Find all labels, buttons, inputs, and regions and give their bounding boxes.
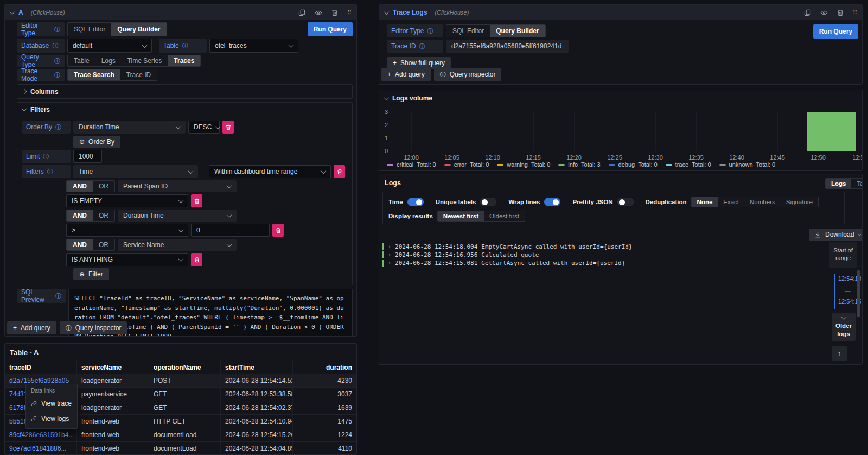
legend-item-unknown[interactable]: unknownTotal: 0	[719, 161, 776, 168]
or-option[interactable]: OR	[93, 181, 114, 192]
sql-editor-option[interactable]: SQL Editor	[68, 23, 111, 36]
query-type-timeseries[interactable]: Time Series	[122, 55, 168, 66]
legend-item-warning[interactable]: warningTotal: 0	[497, 161, 550, 168]
remove-filter-button[interactable]	[191, 253, 202, 266]
run-query-button[interactable]: Run Query	[813, 24, 858, 39]
query-inspector-button[interactable]: ⓘ Query inspector	[60, 321, 127, 334]
filter-operator-select[interactable]: IS ANYTHING	[66, 253, 188, 266]
delete-panel-icon[interactable]	[837, 9, 844, 16]
info-icon[interactable]: ⓘ	[52, 42, 58, 50]
query-type-table[interactable]: Table	[68, 55, 95, 66]
order-by-direction-select[interactable]: DESC	[188, 121, 220, 134]
filter-field-time-select[interactable]: Time	[73, 165, 198, 178]
filter-operator-select[interactable]: >	[66, 224, 188, 237]
trace-id-input[interactable]: d2a7155ef6a928a05680e5ff6190241d	[446, 40, 569, 53]
filter-field-select[interactable]: Parent Span ID	[118, 180, 237, 192]
logs-scrollbar[interactable]	[857, 270, 860, 317]
limit-input[interactable]: 1000	[73, 150, 102, 163]
legend-item-trace[interactable]: traceTotal: 0	[666, 161, 711, 168]
older-logs-button[interactable]: Older logs	[832, 313, 856, 341]
trace-id-option[interactable]: Trace ID	[120, 69, 157, 80]
info-icon[interactable]: ⓘ	[182, 42, 188, 50]
panel-title[interactable]: Trace Logs	[393, 9, 427, 16]
or-option[interactable]: OR	[93, 210, 114, 221]
info-icon[interactable]: ⓘ	[47, 168, 53, 176]
info-icon[interactable]: ⓘ	[55, 123, 61, 131]
column-header-traceid[interactable]: traceID	[5, 361, 77, 374]
trace-search-option[interactable]: Trace Search	[68, 69, 120, 80]
log-row[interactable]: › 2024-06-28 12:54:16.956 Calculated quo…	[382, 251, 633, 259]
scroll-to-top-button[interactable]: ↑	[832, 346, 847, 361]
run-query-button[interactable]: Run Query	[308, 22, 353, 36]
logs-volume-title[interactable]: Logs volume	[392, 94, 432, 102]
column-header-servicename[interactable]: serviceName	[77, 361, 149, 374]
trace-link[interactable]: d2a7155ef6a928a05	[9, 377, 69, 384]
info-icon[interactable]: ⓘ	[55, 292, 61, 300]
info-icon[interactable]: ⓘ	[43, 153, 49, 161]
info-icon[interactable]: ⓘ	[54, 26, 60, 34]
column-header-operationname[interactable]: operationName	[149, 361, 221, 374]
oldest-first-option[interactable]: Oldest first	[484, 211, 525, 221]
column-header-duration[interactable]: duration	[293, 361, 356, 374]
expand-chevron-icon[interactable]: ›	[388, 244, 391, 250]
filter-field-select[interactable]: Duration Time	[118, 210, 237, 222]
trace-link[interactable]: 89cf4286e631591b4...	[9, 431, 74, 439]
and-option[interactable]: AND	[67, 239, 93, 250]
query-builder-option[interactable]: Query Builder	[490, 25, 545, 37]
filter-time-operator-select[interactable]: Within dashboard time range	[209, 165, 331, 178]
log-row[interactable]: › 2024-06-28 12:54:15.081 GetCartAsync c…	[382, 259, 633, 267]
legend-item-info[interactable]: infoTotal: 3	[558, 161, 600, 168]
remove-filter-button[interactable]	[272, 224, 284, 237]
collapse-chevron-icon[interactable]	[384, 9, 390, 15]
legend-item-error[interactable]: errorTotal: 0	[444, 161, 489, 168]
remove-filter-button[interactable]	[191, 194, 202, 207]
filter-operator-select[interactable]: IS EMPTY	[66, 194, 188, 207]
and-option[interactable]: AND	[67, 181, 93, 192]
query-builder-option[interactable]: Query Builder	[111, 23, 166, 36]
drag-handle-icon[interactable]: ⠿	[853, 9, 857, 16]
expand-chevron-icon[interactable]: ›	[388, 260, 391, 266]
filter-field-select[interactable]: Service Name	[118, 239, 237, 251]
view-logs-menu-item[interactable]: View logs	[26, 411, 77, 426]
dedup-signature-option[interactable]: Signature	[781, 197, 818, 207]
dedup-exact-option[interactable]: Exact	[718, 197, 744, 207]
collapse-chevron-icon[interactable]	[384, 95, 390, 100]
legend-item-debug[interactable]: debugTotal: 0	[609, 161, 658, 168]
remove-filter-button[interactable]	[334, 165, 345, 178]
add-query-button[interactable]: + Add query	[7, 321, 56, 334]
duplicate-icon[interactable]	[298, 9, 305, 16]
filters-section-header[interactable]: Filters	[22, 103, 348, 116]
panel-title[interactable]: A	[18, 9, 23, 16]
or-option[interactable]: OR	[93, 239, 114, 250]
download-button[interactable]: Download	[809, 229, 863, 241]
order-by-field-select[interactable]: Duration Time	[73, 121, 186, 134]
view-trace-menu-item[interactable]: View trace	[26, 396, 77, 411]
trace-link[interactable]: 9ce7acf61841886...	[9, 445, 66, 452]
filter-value-input[interactable]: 0	[191, 224, 270, 237]
info-icon[interactable]: ⓘ	[54, 57, 60, 65]
delete-panel-icon[interactable]	[331, 9, 338, 16]
prettify-json-toggle[interactable]	[617, 198, 634, 206]
column-header-starttime[interactable]: startTime	[221, 361, 293, 374]
sql-editor-option[interactable]: SQL Editor	[446, 25, 490, 37]
add-order-by-button[interactable]: ⊕ Order By	[73, 136, 120, 148]
drag-handle-icon[interactable]: ⠿	[347, 9, 351, 16]
query-type-traces[interactable]: Traces	[168, 55, 200, 66]
expand-chevron-icon[interactable]: ›	[388, 252, 391, 258]
columns-section[interactable]: Columns	[17, 84, 353, 99]
duplicate-icon[interactable]	[804, 9, 811, 16]
dedup-none-option[interactable]: None	[692, 197, 718, 207]
info-logs-bar[interactable]	[807, 112, 856, 151]
log-row[interactable]: › 2024-06-28 12:54:18.004 EmptyCartAsync…	[382, 243, 633, 251]
dedup-numbers-option[interactable]: Numbers	[744, 197, 781, 207]
add-filter-button[interactable]: ⊕ Filter	[73, 268, 109, 280]
newest-first-option[interactable]: Newest first	[438, 211, 484, 221]
trace-link[interactable]: 74d31	[9, 390, 27, 398]
unique-labels-toggle[interactable]	[480, 198, 496, 206]
query-inspector-button[interactable]: ⓘ Query inspector	[434, 68, 502, 81]
info-icon[interactable]: ⓘ	[54, 71, 60, 79]
logs-view-option[interactable]: Logs	[826, 179, 851, 188]
add-query-button[interactable]: + Add query	[381, 68, 431, 81]
remove-order-by-button[interactable]	[222, 121, 234, 134]
wrap-lines-toggle[interactable]	[544, 198, 560, 206]
